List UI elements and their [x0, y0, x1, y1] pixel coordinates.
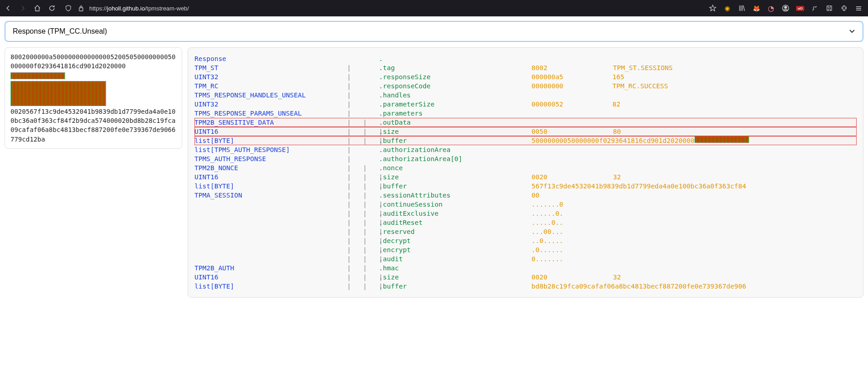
- ext-firefox-icon[interactable]: 🦊: [752, 4, 761, 12]
- parse-row: UINT32| .responseSize000000a5165: [194, 72, 857, 81]
- tree-pipe: |: [347, 72, 379, 81]
- name-cell: .: [379, 54, 531, 63]
- parse-row: list[BYTE]| | | .buffer567f13c9de4532041…: [194, 182, 857, 191]
- tree-pipe: | | |: [347, 172, 379, 182]
- library-icon[interactable]: [738, 4, 746, 12]
- parse-row: | | | .auditReset.....0..: [194, 218, 857, 227]
- type-cell: Response: [194, 54, 347, 63]
- value-cell: .0......: [531, 245, 563, 254]
- type-cell: UINT16: [194, 172, 347, 182]
- lock-icon[interactable]: [77, 4, 86, 13]
- name-cell: .outData: [379, 118, 531, 127]
- extensions-icon[interactable]: [840, 4, 848, 12]
- shield-icon[interactable]: [64, 4, 73, 13]
- tree-pipe: | |: [347, 118, 379, 127]
- type-cell: TPM2B_NONCE: [194, 163, 347, 172]
- name-cell: .tag: [379, 63, 531, 72]
- type-cell: [194, 209, 347, 218]
- tree-pipe: | |: [347, 264, 379, 273]
- ext-1-icon[interactable]: ◉: [723, 4, 731, 12]
- tree-pipe: | | |: [347, 282, 379, 291]
- type-cell: list[BYTE]: [194, 282, 347, 291]
- type-cell: UINT32: [194, 72, 347, 81]
- type-cell: [194, 254, 347, 264]
- parse-row: UINT16| | | .size002032: [194, 172, 857, 182]
- save-icon[interactable]: [825, 4, 833, 12]
- name-cell: .continueSession: [379, 200, 531, 209]
- name-cell: .buffer: [379, 282, 531, 291]
- nav-button-group: [4, 4, 56, 13]
- type-cell: list[TPMS_AUTH_RESPONSE]: [194, 145, 347, 154]
- name-cell: .encrypt: [379, 245, 531, 254]
- value-cell: 50000000050000000f0293641816cd901d202000…: [531, 136, 694, 145]
- type-cell: TPMS_AUTH_RESPONSE: [194, 154, 347, 163]
- toolbar-right: ◉ 🦊 ◔ uO: [709, 4, 864, 12]
- parse-row: TPMS_RESPONSE_HANDLES_UNSEAL| .handles: [194, 91, 857, 100]
- parse-row: TPM2B_AUTH| | .hmac: [194, 264, 857, 273]
- tree-pipe: | | |: [347, 227, 379, 236]
- value-cell: 0050: [531, 127, 547, 136]
- parse-row: TPM_ST| .tag8002TPM_ST.SESSIONS: [194, 63, 857, 72]
- type-cell: [194, 200, 347, 209]
- value-cell: 00: [531, 191, 539, 200]
- type-cell: TPM2B_AUTH: [194, 264, 347, 273]
- parse-row: TPMS_AUTH_RESPONSE| .authorizationArea[0…: [194, 154, 857, 163]
- name-cell: .size: [379, 273, 531, 282]
- value-cell: .....0..: [531, 218, 563, 227]
- command-dropdown[interactable]: Response (TPM_CC.Unseal): [5, 21, 863, 42]
- name-cell: .authorizationArea: [379, 145, 531, 154]
- tree-pipe: | | |: [347, 182, 379, 191]
- forward-button[interactable]: [18, 4, 27, 13]
- parse-row: list[BYTE]| | | .bufferbd8b28c19fca09caf…: [194, 282, 857, 291]
- parse-row: list[TPMS_AUTH_RESPONSE]| .authorization…: [194, 145, 857, 154]
- parse-row: UINT32| .parameterSize0000005282: [194, 100, 857, 109]
- url-bar[interactable]: https://joholl.github.io/tpmstream-web/: [60, 2, 705, 15]
- name-cell: .audit: [379, 254, 531, 264]
- ublock-icon[interactable]: uO: [796, 4, 804, 12]
- ext-wrench-icon[interactable]: [811, 4, 819, 12]
- type-cell: TPM_RC: [194, 81, 347, 91]
- parse-row: TPMA_SESSION| | .sessionAttributes00: [194, 191, 857, 200]
- parse-row: TPM2B_SENSITIVE_DATA| | .outData: [194, 118, 857, 127]
- desc-cell: 165: [613, 72, 624, 81]
- name-cell: .auditReset: [379, 218, 531, 227]
- favorite-icon[interactable]: [709, 4, 717, 12]
- parse-row: | | | .decrypt..0.....: [194, 236, 857, 245]
- tree-pipe: | | |: [347, 127, 379, 136]
- reload-button[interactable]: [47, 4, 56, 13]
- back-button[interactable]: [4, 4, 13, 13]
- svg-rect-3: [827, 6, 832, 11]
- type-cell: TPMS_RESPONSE_HANDLES_UNSEAL: [194, 91, 347, 100]
- type-cell: TPMA_SESSION: [194, 191, 347, 200]
- home-button[interactable]: [33, 4, 42, 13]
- name-cell: .buffer: [379, 136, 531, 145]
- tree-pipe: |: [347, 91, 379, 100]
- desc-cell: 32: [613, 172, 621, 182]
- menu-icon[interactable]: [854, 4, 863, 12]
- svg-rect-0: [79, 8, 83, 11]
- tree-pipe: |: [347, 154, 379, 163]
- type-cell: UINT16: [194, 127, 347, 136]
- parse-row: | | | .continueSession.......0: [194, 200, 857, 209]
- name-cell: .sessionAttributes: [379, 191, 531, 200]
- name-cell: .auditExclusive: [379, 209, 531, 218]
- tree-pipe: | | |: [347, 236, 379, 245]
- value-cell: 00000052: [531, 100, 563, 109]
- account-icon[interactable]: [781, 4, 790, 12]
- url-text: https://joholl.github.io/tpmstream-web/: [89, 5, 189, 12]
- type-cell: [194, 218, 347, 227]
- name-cell: .buffer: [379, 182, 531, 191]
- ext-2-icon[interactable]: ◔: [767, 4, 775, 12]
- tree-pipe: |: [347, 145, 379, 154]
- parse-row: TPM_RC| .responseCode00000000TPM_RC.SUCC…: [194, 81, 857, 91]
- parse-row: | | | .auditExclusive......0.: [194, 209, 857, 218]
- value-cell: 00000000: [531, 81, 563, 91]
- redacted-noise: [694, 136, 749, 143]
- type-cell: UINT16: [194, 273, 347, 282]
- chevron-down-icon: [849, 29, 855, 34]
- parse-row: TPM2B_NONCE| | .nonce: [194, 163, 857, 172]
- value-cell: 0020: [531, 172, 547, 182]
- value-cell: 000000a5: [531, 72, 563, 81]
- tree-pipe: | |: [347, 163, 379, 172]
- hex-input-panel[interactable]: 8002000000a50000000000000052005050000000…: [5, 47, 182, 149]
